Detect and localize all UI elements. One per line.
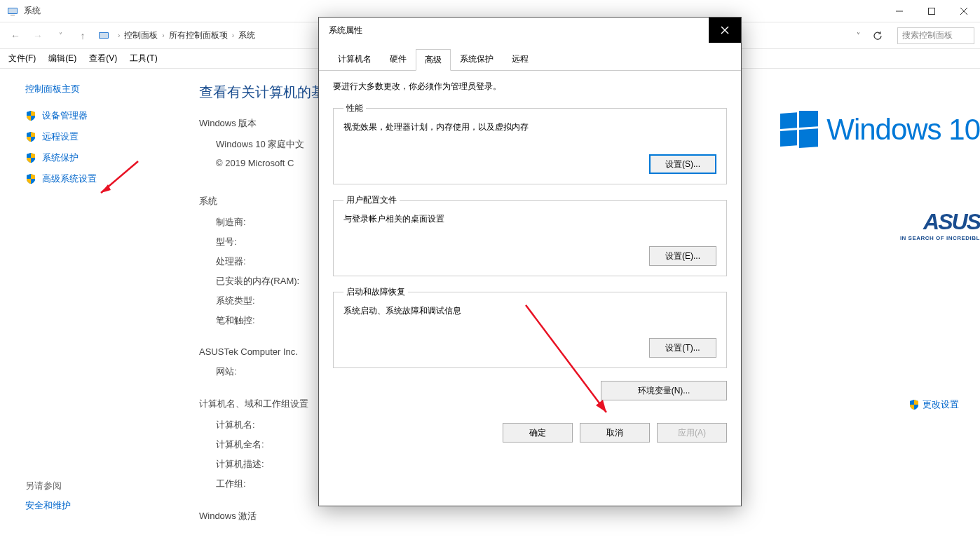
control-panel-home-link[interactable]: 控制面板主页	[25, 83, 174, 95]
computer-desc-label: 计算机描述:	[216, 458, 314, 471]
user-profile-settings-button[interactable]: 设置(E)...	[649, 246, 716, 266]
sidebar: 控制面板主页 设备管理器 远程设置 系统保护 高级系统设置 另请参阅 安全和维护	[0, 69, 182, 540]
breadcrumb-item[interactable]: 系统	[238, 29, 255, 41]
startup-recovery-desc: 系统启动、系统故障和调试信息	[343, 305, 716, 317]
ram-label: 已安装的内存(RAM):	[216, 275, 314, 288]
computer-name-label: 计算机名:	[216, 419, 314, 431]
shield-icon	[25, 131, 36, 142]
tab-advanced[interactable]: 高级	[416, 49, 451, 71]
system-icon	[7, 6, 18, 17]
dialog-close-button[interactable]	[709, 18, 741, 43]
search-input[interactable]: 搜索控制面板	[897, 27, 974, 44]
back-button[interactable]: ←	[6, 26, 25, 46]
user-profile-legend: 用户配置文件	[343, 194, 400, 206]
asus-logo-text: ASUS	[900, 209, 980, 235]
performance-group: 性能 视觉效果，处理器计划，内存使用，以及虚拟内存 设置(S)...	[333, 102, 727, 184]
manufacturer-label: 制造商:	[216, 216, 314, 229]
windows-logo: Windows 10	[780, 111, 980, 149]
dialog-tabs: 计算机名 硬件 高级 系统保护 远程	[319, 43, 741, 71]
system-properties-dialog: 系统属性 计算机名 硬件 高级 系统保护 远程 要进行大多数更改，你必须作为管理…	[318, 17, 742, 506]
admin-notice: 要进行大多数更改，你必须作为管理员登录。	[333, 81, 727, 93]
processor-label: 处理器:	[216, 255, 314, 268]
sidebar-item-remote-settings[interactable]: 远程设置	[25, 130, 174, 143]
maximize-button[interactable]	[916, 0, 948, 22]
startup-recovery-legend: 启动和故障恢复	[343, 286, 408, 298]
svg-rect-12	[799, 128, 818, 148]
dialog-titlebar: 系统属性	[319, 18, 741, 43]
svg-rect-8	[100, 33, 108, 38]
shield-icon	[25, 152, 36, 163]
startup-recovery-settings-button[interactable]: 设置(T)...	[649, 338, 716, 358]
environment-variables-button[interactable]: 环境变量(N)...	[601, 381, 727, 400]
svg-rect-11	[780, 130, 797, 147]
user-profile-desc: 与登录帐户相关的桌面设置	[343, 213, 716, 225]
menu-tools[interactable]: 工具(T)	[130, 53, 157, 65]
sidebar-item-system-protection[interactable]: 系统保护	[25, 151, 174, 164]
change-settings-link[interactable]: 更改设置	[908, 398, 959, 411]
startup-recovery-group: 启动和故障恢复 系统启动、系统故障和调试信息 设置(T)...	[333, 286, 727, 368]
svg-rect-9	[780, 112, 797, 129]
pen-touch-label: 笔和触控:	[216, 314, 314, 327]
performance-legend: 性能	[343, 102, 366, 114]
see-also-security-link[interactable]: 安全和维护	[25, 499, 174, 512]
system-type-label: 系统类型:	[216, 295, 314, 307]
chevron-right-icon: ›	[118, 32, 120, 39]
see-also-header: 另请参阅	[25, 480, 174, 492]
windows-logo-icon	[780, 111, 818, 149]
performance-settings-button[interactable]: 设置(S)...	[649, 154, 716, 174]
cancel-button[interactable]: 取消	[580, 423, 650, 443]
shield-icon	[908, 399, 920, 410]
tab-remote[interactable]: 远程	[503, 48, 538, 70]
ok-button[interactable]: 确定	[503, 423, 573, 443]
dialog-title: 系统属性	[319, 25, 362, 36]
tab-hardware[interactable]: 硬件	[381, 48, 416, 70]
menu-view[interactable]: 查看(V)	[89, 53, 117, 65]
performance-desc: 视觉效果，处理器计划，内存使用，以及虚拟内存	[343, 121, 716, 133]
chevron-right-icon: ›	[232, 32, 234, 39]
menu-file[interactable]: 文件(F)	[8, 53, 36, 65]
windows-logo-text: Windows 10	[826, 113, 980, 147]
dialog-body: 要进行大多数更改，你必须作为管理员登录。 性能 视觉效果，处理器计划，内存使用，…	[319, 71, 741, 416]
address-dropdown[interactable]: ˅	[851, 32, 865, 39]
tab-computer-name[interactable]: 计算机名	[329, 48, 381, 70]
breadcrumb-item[interactable]: 控制面板	[124, 29, 158, 41]
svg-rect-4	[929, 8, 935, 14]
shield-icon	[25, 110, 36, 121]
breadcrumb-item[interactable]: 所有控制面板项	[169, 29, 228, 41]
apply-button[interactable]: 应用(A)	[657, 423, 727, 443]
shield-icon	[25, 173, 36, 184]
monitor-icon	[98, 30, 109, 41]
sidebar-item-advanced-system-settings[interactable]: 高级系统设置	[25, 173, 174, 185]
website-label: 网站:	[216, 365, 314, 378]
up-button[interactable]: ↑	[73, 26, 93, 46]
computer-fullname-label: 计算机全名:	[216, 438, 314, 451]
forward-button[interactable]: →	[28, 26, 48, 46]
sidebar-item-device-manager[interactable]: 设备管理器	[25, 109, 174, 122]
svg-rect-10	[799, 111, 818, 128]
window-title: 系统	[24, 5, 41, 17]
workgroup-label: 工作组:	[216, 478, 314, 490]
refresh-button[interactable]	[868, 26, 887, 46]
close-button[interactable]	[948, 0, 980, 22]
activation-header: Windows 激活	[199, 510, 966, 522]
tab-system-protection[interactable]: 系统保护	[451, 48, 503, 70]
asus-logo: ASUS IN SEARCH OF INCREDIBL	[900, 209, 980, 241]
close-icon	[721, 26, 729, 34]
asus-tagline: IN SEARCH OF INCREDIBL	[900, 235, 980, 241]
menu-edit[interactable]: 编辑(E)	[48, 53, 76, 65]
recent-dropdown[interactable]: ˅	[50, 26, 70, 46]
svg-rect-2	[11, 15, 15, 15]
model-label: 型号:	[216, 236, 314, 248]
dialog-footer: 确定 取消 应用(A)	[319, 416, 741, 454]
minimize-button[interactable]	[883, 0, 916, 22]
svg-rect-1	[8, 8, 17, 13]
chevron-right-icon: ›	[162, 32, 164, 39]
user-profile-group: 用户配置文件 与登录帐户相关的桌面设置 设置(E)...	[333, 194, 727, 276]
